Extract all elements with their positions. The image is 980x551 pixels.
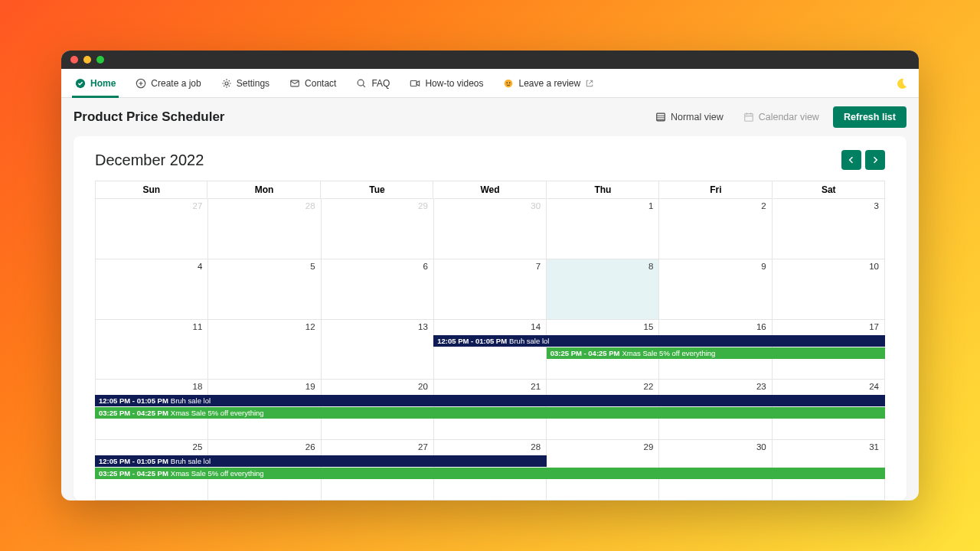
event-time: 12:05 PM - 01:05 PM [99,457,168,465]
day-number: 23 [756,382,766,391]
nav-review[interactable]: Leave a review [500,69,597,98]
day-cell[interactable]: 14 [434,320,547,380]
next-month-button[interactable] [865,150,885,170]
view-label: Calendar view [759,112,819,122]
event-time: 03:25 PM - 04:25 PM [550,349,620,357]
day-cell[interactable]: 1 [547,199,659,259]
event-title: Bruh sale lol [509,337,549,345]
nav-settings[interactable]: Settings [218,69,273,98]
nav-label: Contact [305,78,336,89]
minimize-icon[interactable] [83,56,91,64]
day-number: 21 [531,382,541,391]
dow-cell: Tue [321,181,433,199]
calendar-header: December 2022 [74,150,906,181]
day-cell[interactable]: 3 [773,199,885,259]
svg-point-7 [507,82,508,83]
day-cell[interactable]: 11 [95,320,208,380]
event-bar[interactable]: 03:25 PM - 04:25 PMXmas Sale 5% off ever… [95,468,885,479]
view-calendar[interactable]: Calendar view [737,108,825,126]
day-number: 4 [198,262,202,271]
video-icon [410,78,420,89]
app-window: Home Create a job Settings Contact FAQ [61,51,919,500]
day-cell[interactable]: 28 [208,199,321,259]
list-icon [655,112,666,122]
svg-point-8 [509,82,511,83]
day-number: 15 [644,322,654,331]
day-number: 17 [869,322,879,331]
week-row: 2526272829303112:05 PM - 01:05 PMBruh sa… [95,440,885,500]
day-cell[interactable]: 12 [208,320,321,380]
event-title: Xmas Sale 5% off everything [622,349,716,357]
maximize-icon[interactable] [96,56,104,64]
day-cell[interactable]: 29 [322,199,434,259]
day-cell[interactable]: 7 [434,259,547,320]
toolbar: Product Price Scheduler Normal view Cale… [61,98,919,136]
event-bar[interactable]: 03:25 PM - 04:25 PMXmas Sale 5% off ever… [95,407,885,419]
day-number: 28 [531,442,541,452]
dark-mode-toggle[interactable] [896,77,908,90]
day-cell[interactable]: 13 [322,320,434,380]
gear-icon [221,78,232,89]
view-normal[interactable]: Normal view [649,108,730,126]
day-number: 7 [536,262,541,271]
svg-point-4 [358,80,364,86]
nav-faq[interactable]: FAQ [353,69,393,98]
day-number: 25 [192,442,202,452]
event-bar[interactable]: 03:25 PM - 04:25 PMXmas Sale 5% off ever… [547,347,885,359]
week-row: 1112131415161712:05 PM - 01:05 PMBruh sa… [95,320,885,380]
event-bar[interactable]: 12:05 PM - 01:05 PMBruh sale lol [95,395,885,406]
calendar-icon [743,112,754,122]
home-icon [75,78,86,89]
dow-cell: Wed [433,181,546,199]
nav-label: Settings [237,78,270,89]
dow-cell: Mon [207,181,320,199]
review-icon [503,78,514,89]
day-cell[interactable]: 4 [95,259,208,320]
day-number: 8 [648,262,653,271]
search-icon [356,78,367,89]
event-title: Bruh sale lol [171,457,211,465]
event-bar[interactable]: 12:05 PM - 01:05 PMBruh sale lol [433,335,885,347]
day-cell[interactable]: 10 [773,259,885,320]
day-number: 24 [869,382,879,391]
event-time: 12:05 PM - 01:05 PM [437,337,507,345]
day-number: 11 [192,322,202,331]
svg-point-2 [225,81,228,84]
nav-contact[interactable]: Contact [286,69,339,98]
week-row: 1819202122232412:05 PM - 01:05 PMBruh sa… [95,380,885,440]
day-cell[interactable]: 6 [322,259,434,320]
dow-row: SunMonTueWedThuFriSat [95,181,885,199]
calendar-card: December 2022 SunMonTueWedThuFriSat 2728… [74,136,906,500]
day-number: 18 [192,382,202,391]
day-cell[interactable]: 27 [95,199,208,259]
dow-cell: Fri [659,181,772,199]
day-cell[interactable]: 2 [659,199,772,259]
day-number: 2 [761,201,766,210]
nav-label: Home [90,78,116,89]
event-title: Xmas Sale 5% off everything [171,409,264,417]
event-time: 03:25 PM - 04:25 PM [99,469,168,478]
nav-create-job[interactable]: Create a job [132,69,204,98]
day-number: 30 [756,442,766,452]
page-title: Product Price Scheduler [74,109,224,125]
event-bar[interactable]: 12:05 PM - 01:05 PMBruh sale lol [95,455,547,467]
nav-home[interactable]: Home [72,69,119,98]
day-number: 29 [418,201,428,210]
day-number: 19 [305,382,315,391]
day-cell[interactable]: 9 [659,259,772,320]
day-cell[interactable]: 30 [434,199,547,259]
day-number: 10 [869,262,879,271]
day-number: 3 [874,201,879,210]
event-title: Xmas Sale 5% off everything [171,469,264,478]
day-cell[interactable]: 5 [208,259,321,320]
event-time: 12:05 PM - 01:05 PM [99,396,168,405]
nav-videos[interactable]: How-to videos [407,69,486,98]
day-number: 5 [310,262,315,271]
titlebar [61,51,919,69]
close-icon[interactable] [70,56,78,64]
day-number: 13 [418,322,428,331]
prev-month-button[interactable] [841,150,861,170]
day-cell[interactable]: 8 [547,259,659,320]
refresh-button[interactable]: Refresh list [833,106,906,128]
view-label: Normal view [671,112,724,122]
